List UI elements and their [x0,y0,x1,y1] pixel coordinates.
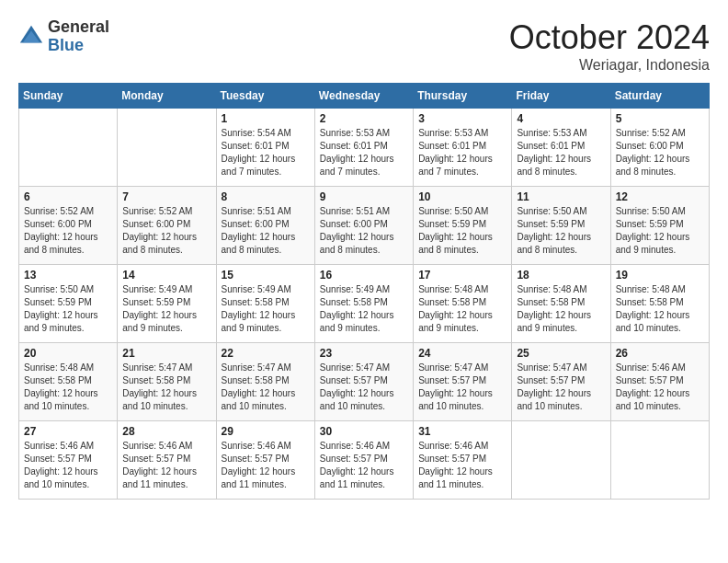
calendar-table: SundayMondayTuesdayWednesdayThursdayFrid… [18,83,710,500]
day-info: Sunrise: 5:48 AMSunset: 5:58 PMDaylight:… [616,283,704,335]
day-number: 17 [418,269,506,282]
day-number: 12 [616,190,704,203]
day-info: Sunrise: 5:47 AMSunset: 5:58 PMDaylight:… [222,362,310,413]
weekday-header-thursday: Thursday [414,84,512,109]
calendar-cell: 24Sunrise: 5:47 AMSunset: 5:57 PMDayligh… [414,343,512,421]
day-info: Sunrise: 5:46 AMSunset: 5:57 PMDaylight:… [320,440,408,491]
day-info: Sunrise: 5:50 AMSunset: 5:59 PMDaylight:… [24,283,112,335]
calendar-cell [512,421,610,500]
weekday-header-wednesday: Wednesday [314,84,413,109]
calendar-cell: 1Sunrise: 5:54 AMSunset: 6:01 PMDaylight… [216,109,314,187]
calendar-cell: 15Sunrise: 5:49 AMSunset: 5:58 PMDayligh… [216,265,314,343]
day-number: 16 [320,269,408,282]
day-number: 22 [222,347,310,360]
calendar-cell: 21Sunrise: 5:47 AMSunset: 5:58 PMDayligh… [118,343,216,421]
calendar-cell: 25Sunrise: 5:47 AMSunset: 5:57 PMDayligh… [512,343,610,421]
day-info: Sunrise: 5:46 AMSunset: 5:57 PMDaylight:… [222,440,310,491]
day-number: 4 [517,112,605,125]
day-info: Sunrise: 5:51 AMSunset: 6:00 PMDaylight:… [222,205,310,257]
calendar-cell: 8Sunrise: 5:51 AMSunset: 6:00 PMDaylight… [216,187,314,265]
day-info: Sunrise: 5:50 AMSunset: 5:59 PMDaylight:… [517,205,605,257]
calendar-cell: 11Sunrise: 5:50 AMSunset: 5:59 PMDayligh… [512,187,610,265]
logo: General Blue [18,18,109,55]
calendar-cell: 3Sunrise: 5:53 AMSunset: 6:01 PMDaylight… [414,109,512,187]
day-number: 5 [616,112,704,125]
day-info: Sunrise: 5:49 AMSunset: 5:58 PMDaylight:… [320,283,408,335]
day-number: 18 [517,269,605,282]
day-info: Sunrise: 5:53 AMSunset: 6:01 PMDaylight:… [418,127,506,178]
day-number: 28 [122,425,210,438]
calendar-cell: 30Sunrise: 5:46 AMSunset: 5:57 PMDayligh… [314,421,413,500]
day-info: Sunrise: 5:51 AMSunset: 6:00 PMDaylight:… [320,205,408,257]
calendar-cell: 18Sunrise: 5:48 AMSunset: 5:58 PMDayligh… [512,265,610,343]
day-number: 1 [222,112,310,125]
day-info: Sunrise: 5:46 AMSunset: 5:57 PMDaylight:… [616,362,704,413]
day-info: Sunrise: 5:46 AMSunset: 5:57 PMDaylight:… [418,440,506,491]
day-info: Sunrise: 5:52 AMSunset: 6:00 PMDaylight:… [122,205,210,257]
week-row-1: 1Sunrise: 5:54 AMSunset: 6:01 PMDaylight… [19,109,710,187]
day-number: 10 [418,190,506,203]
logo-icon [18,24,44,50]
calendar-cell: 7Sunrise: 5:52 AMSunset: 6:00 PMDaylight… [118,187,216,265]
calendar-cell: 16Sunrise: 5:49 AMSunset: 5:58 PMDayligh… [314,265,413,343]
day-number: 23 [320,347,408,360]
weekday-header-saturday: Saturday [610,84,709,109]
day-number: 25 [517,347,605,360]
weekday-header-friday: Friday [512,84,610,109]
day-number: 19 [616,269,704,282]
month-title: October 2024 [509,18,710,57]
calendar-cell: 20Sunrise: 5:48 AMSunset: 5:58 PMDayligh… [19,343,118,421]
day-info: Sunrise: 5:47 AMSunset: 5:57 PMDaylight:… [418,362,506,413]
calendar-cell: 27Sunrise: 5:46 AMSunset: 5:57 PMDayligh… [19,421,118,500]
day-number: 29 [222,425,310,438]
day-number: 21 [122,347,210,360]
day-info: Sunrise: 5:47 AMSunset: 5:58 PMDaylight:… [122,362,210,413]
calendar-cell: 31Sunrise: 5:46 AMSunset: 5:57 PMDayligh… [414,421,512,500]
calendar-cell: 5Sunrise: 5:52 AMSunset: 6:00 PMDaylight… [610,109,709,187]
calendar-cell: 14Sunrise: 5:49 AMSunset: 5:59 PMDayligh… [118,265,216,343]
weekday-header-tuesday: Tuesday [216,84,314,109]
day-info: Sunrise: 5:53 AMSunset: 6:01 PMDaylight:… [517,127,605,178]
day-info: Sunrise: 5:47 AMSunset: 5:57 PMDaylight:… [320,362,408,413]
location-subtitle: Weriagar, Indonesia [509,57,710,74]
calendar-cell: 22Sunrise: 5:47 AMSunset: 5:58 PMDayligh… [216,343,314,421]
calendar-cell: 6Sunrise: 5:52 AMSunset: 6:00 PMDaylight… [19,187,118,265]
day-info: Sunrise: 5:48 AMSunset: 5:58 PMDaylight:… [24,362,112,413]
calendar-cell: 17Sunrise: 5:48 AMSunset: 5:58 PMDayligh… [414,265,512,343]
calendar-cell: 13Sunrise: 5:50 AMSunset: 5:59 PMDayligh… [19,265,118,343]
calendar-cell: 2Sunrise: 5:53 AMSunset: 6:01 PMDaylight… [314,109,413,187]
calendar-cell [19,109,118,187]
page-header: General Blue October 2024 Weriagar, Indo… [18,18,710,74]
day-info: Sunrise: 5:53 AMSunset: 6:01 PMDaylight:… [320,127,408,178]
day-info: Sunrise: 5:52 AMSunset: 6:00 PMDaylight:… [616,127,704,178]
day-number: 20 [24,347,112,360]
calendar-cell [610,421,709,500]
day-number: 14 [122,269,210,282]
week-row-2: 6Sunrise: 5:52 AMSunset: 6:00 PMDaylight… [19,187,710,265]
day-info: Sunrise: 5:48 AMSunset: 5:58 PMDaylight:… [517,283,605,335]
calendar-cell: 12Sunrise: 5:50 AMSunset: 5:59 PMDayligh… [610,187,709,265]
day-info: Sunrise: 5:49 AMSunset: 5:59 PMDaylight:… [122,283,210,335]
day-number: 7 [122,190,210,203]
calendar-cell: 19Sunrise: 5:48 AMSunset: 5:58 PMDayligh… [610,265,709,343]
day-number: 27 [24,425,112,438]
day-info: Sunrise: 5:48 AMSunset: 5:58 PMDaylight:… [418,283,506,335]
day-info: Sunrise: 5:52 AMSunset: 6:00 PMDaylight:… [24,205,112,257]
calendar-cell: 9Sunrise: 5:51 AMSunset: 6:00 PMDaylight… [314,187,413,265]
calendar-cell: 28Sunrise: 5:46 AMSunset: 5:57 PMDayligh… [118,421,216,500]
day-number: 8 [222,190,310,203]
day-number: 24 [418,347,506,360]
day-number: 15 [222,269,310,282]
week-row-4: 20Sunrise: 5:48 AMSunset: 5:58 PMDayligh… [19,343,710,421]
day-number: 9 [320,190,408,203]
week-row-3: 13Sunrise: 5:50 AMSunset: 5:59 PMDayligh… [19,265,710,343]
calendar-cell: 4Sunrise: 5:53 AMSunset: 6:01 PMDaylight… [512,109,610,187]
day-number: 2 [320,112,408,125]
logo-text: General Blue [48,18,109,55]
day-number: 31 [418,425,506,438]
calendar-cell [118,109,216,187]
day-info: Sunrise: 5:49 AMSunset: 5:58 PMDaylight:… [222,283,310,335]
day-number: 3 [418,112,506,125]
day-number: 13 [24,269,112,282]
calendar-cell: 23Sunrise: 5:47 AMSunset: 5:57 PMDayligh… [314,343,413,421]
